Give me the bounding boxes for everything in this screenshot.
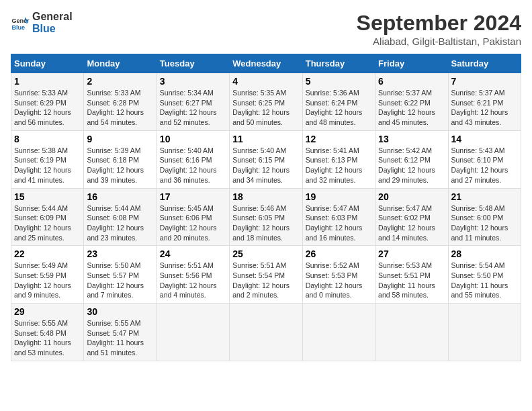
day-info: Sunrise: 5:33 AMSunset: 6:29 PMDaylight:… [14,88,81,128]
day-cell: 19Sunrise: 5:47 AMSunset: 6:03 PMDayligh… [302,188,375,246]
logo-blue: Blue [32,23,73,35]
day-info: Sunrise: 5:51 AMSunset: 5:54 PMDaylight:… [232,261,299,300]
day-info: Sunrise: 5:50 AMSunset: 5:57 PMDaylight:… [87,261,153,300]
day-number: 14 [451,134,518,144]
day-info: Sunrise: 5:39 AMSunset: 6:18 PMDaylight:… [87,146,153,185]
day-number: 19 [306,191,372,202]
day-cell: 3Sunrise: 5:34 AMSunset: 6:27 PMDaylight… [157,73,229,131]
day-number: 11 [232,134,299,144]
header-cell-tuesday: Tuesday [157,54,229,73]
day-cell [375,304,448,361]
day-info: Sunrise: 5:41 AMSunset: 6:13 PMDaylight:… [306,146,372,185]
svg-text:Blue: Blue [11,24,25,30]
day-number: 23 [87,248,153,259]
day-info: Sunrise: 5:55 AMSunset: 5:48 PMDaylight:… [14,318,81,358]
day-cell: 8Sunrise: 5:38 AMSunset: 6:19 PMDaylight… [11,130,84,188]
day-cell: 21Sunrise: 5:48 AMSunset: 6:00 PMDayligh… [448,188,521,246]
day-cell: 15Sunrise: 5:44 AMSunset: 6:09 PMDayligh… [11,188,84,246]
header-cell-monday: Monday [84,54,157,73]
day-number: 26 [306,248,372,259]
day-info: Sunrise: 5:44 AMSunset: 6:09 PMDaylight:… [14,203,81,243]
day-cell: 26Sunrise: 5:52 AMSunset: 5:53 PMDayligh… [302,246,375,304]
day-cell: 23Sunrise: 5:50 AMSunset: 5:57 PMDayligh… [84,246,157,304]
subtitle: Aliabad, Gilgit-Baltistan, Pakistan [357,36,521,47]
header-cell-sunday: Sunday [11,54,84,73]
day-cell [448,304,521,361]
day-info: Sunrise: 5:47 AMSunset: 6:03 PMDaylight:… [306,203,372,243]
header-cell-saturday: Saturday [448,54,521,73]
day-cell [157,304,229,361]
day-number: 5 [306,76,372,87]
day-cell [302,304,375,361]
day-cell: 17Sunrise: 5:45 AMSunset: 6:06 PMDayligh… [157,188,229,246]
header: General Blue General Blue September 2024… [11,11,521,47]
day-cell: 14Sunrise: 5:43 AMSunset: 6:10 PMDayligh… [448,130,521,188]
day-info: Sunrise: 5:38 AMSunset: 6:19 PMDaylight:… [14,146,81,185]
week-row-5: 29Sunrise: 5:55 AMSunset: 5:48 PMDayligh… [11,304,521,361]
day-number: 27 [378,248,445,259]
day-info: Sunrise: 5:45 AMSunset: 6:06 PMDaylight:… [160,203,226,243]
day-info: Sunrise: 5:40 AMSunset: 6:16 PMDaylight:… [160,146,226,185]
day-info: Sunrise: 5:47 AMSunset: 6:02 PMDaylight:… [378,203,445,243]
week-row-2: 8Sunrise: 5:38 AMSunset: 6:19 PMDaylight… [11,130,521,188]
header-cell-thursday: Thursday [302,54,375,73]
day-info: Sunrise: 5:44 AMSunset: 6:08 PMDaylight:… [87,203,153,243]
day-number: 1 [14,76,81,87]
day-info: Sunrise: 5:33 AMSunset: 6:28 PMDaylight:… [87,88,153,128]
day-info: Sunrise: 5:48 AMSunset: 6:00 PMDaylight:… [451,203,518,243]
day-number: 18 [232,191,299,202]
week-row-1: 1Sunrise: 5:33 AMSunset: 6:29 PMDaylight… [11,73,521,131]
logo-general: General [32,11,73,23]
day-info: Sunrise: 5:36 AMSunset: 6:24 PMDaylight:… [306,88,372,128]
day-number: 29 [14,306,81,317]
day-info: Sunrise: 5:42 AMSunset: 6:12 PMDaylight:… [378,146,445,185]
day-number: 13 [378,134,445,144]
day-info: Sunrise: 5:43 AMSunset: 6:10 PMDaylight:… [451,146,518,185]
day-number: 22 [14,248,81,259]
day-cell: 22Sunrise: 5:49 AMSunset: 5:59 PMDayligh… [11,246,84,304]
day-number: 16 [87,191,153,202]
day-number: 28 [451,248,518,259]
title-block: September 2024 Aliabad, Gilgit-Baltistan… [357,11,521,47]
logo: General Blue General Blue [11,11,73,34]
week-row-4: 22Sunrise: 5:49 AMSunset: 5:59 PMDayligh… [11,246,521,304]
day-cell: 18Sunrise: 5:46 AMSunset: 6:05 PMDayligh… [230,188,302,246]
day-info: Sunrise: 5:55 AMSunset: 5:47 PMDaylight:… [87,318,153,358]
day-cell: 9Sunrise: 5:39 AMSunset: 6:18 PMDaylight… [84,130,157,188]
day-number: 2 [87,76,153,87]
day-info: Sunrise: 5:37 AMSunset: 6:22 PMDaylight:… [378,88,445,128]
day-info: Sunrise: 5:52 AMSunset: 5:53 PMDaylight:… [306,261,372,300]
day-number: 3 [160,76,226,87]
day-info: Sunrise: 5:46 AMSunset: 6:05 PMDaylight:… [232,203,299,243]
day-number: 12 [306,134,372,144]
day-number: 7 [451,76,518,87]
day-info: Sunrise: 5:34 AMSunset: 6:27 PMDaylight:… [160,88,226,128]
day-number: 9 [87,134,153,144]
day-number: 4 [232,76,299,87]
day-cell: 10Sunrise: 5:40 AMSunset: 6:16 PMDayligh… [157,130,229,188]
day-cell: 11Sunrise: 5:40 AMSunset: 6:15 PMDayligh… [230,130,302,188]
day-cell: 24Sunrise: 5:51 AMSunset: 5:56 PMDayligh… [157,246,229,304]
day-info: Sunrise: 5:40 AMSunset: 6:15 PMDaylight:… [232,146,299,185]
week-row-3: 15Sunrise: 5:44 AMSunset: 6:09 PMDayligh… [11,188,521,246]
day-cell [230,304,302,361]
day-cell: 28Sunrise: 5:54 AMSunset: 5:50 PMDayligh… [448,246,521,304]
day-number: 15 [14,191,81,202]
day-number: 30 [87,306,153,317]
day-cell: 20Sunrise: 5:47 AMSunset: 6:02 PMDayligh… [375,188,448,246]
day-cell: 2Sunrise: 5:33 AMSunset: 6:28 PMDaylight… [84,73,157,131]
main-title: September 2024 [357,11,521,36]
header-cell-friday: Friday [375,54,448,73]
day-info: Sunrise: 5:54 AMSunset: 5:50 PMDaylight:… [451,261,518,300]
day-cell: 13Sunrise: 5:42 AMSunset: 6:12 PMDayligh… [375,130,448,188]
day-info: Sunrise: 5:53 AMSunset: 5:51 PMDaylight:… [378,261,445,300]
day-number: 17 [160,191,226,202]
day-cell: 5Sunrise: 5:36 AMSunset: 6:24 PMDaylight… [302,73,375,131]
day-info: Sunrise: 5:49 AMSunset: 5:59 PMDaylight:… [14,261,81,300]
day-info: Sunrise: 5:35 AMSunset: 6:25 PMDaylight:… [232,88,299,128]
day-number: 25 [232,248,299,259]
day-cell: 29Sunrise: 5:55 AMSunset: 5:48 PMDayligh… [11,304,84,361]
day-info: Sunrise: 5:37 AMSunset: 6:21 PMDaylight:… [451,88,518,128]
day-cell: 27Sunrise: 5:53 AMSunset: 5:51 PMDayligh… [375,246,448,304]
day-cell: 16Sunrise: 5:44 AMSunset: 6:08 PMDayligh… [84,188,157,246]
